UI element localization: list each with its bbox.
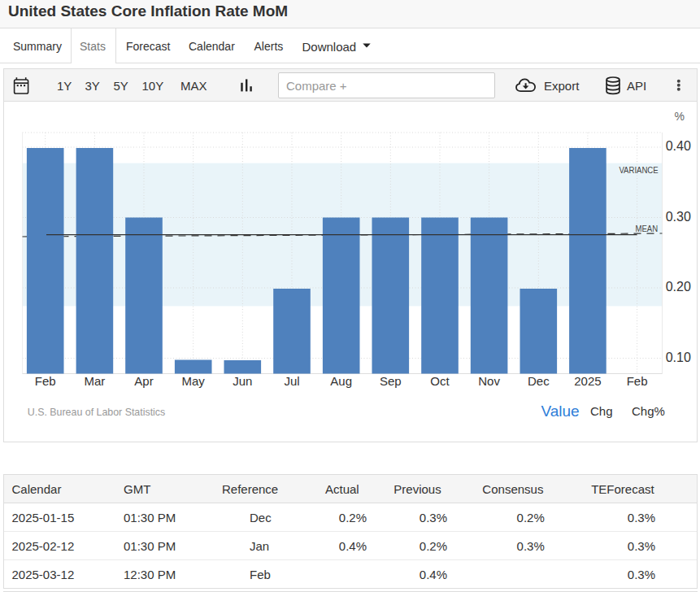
- svg-text:0.40: 0.40: [666, 139, 691, 153]
- svg-text:Value: Value: [541, 403, 580, 420]
- svg-text:Dec: Dec: [528, 374, 550, 388]
- svg-text:Jun: Jun: [233, 374, 252, 388]
- svg-text:May: May: [182, 374, 206, 388]
- svg-text:Mar: Mar: [84, 374, 105, 388]
- svg-text:%: %: [675, 110, 685, 123]
- svg-text:Chg%: Chg%: [632, 404, 665, 418]
- svg-text:Oct: Oct: [430, 374, 450, 388]
- svg-text:0.10: 0.10: [666, 350, 691, 364]
- svg-text:Apr: Apr: [134, 374, 153, 388]
- svg-text:U.S. Bureau of Labor Statistic: U.S. Bureau of Labor Statistics: [28, 407, 165, 418]
- svg-text:0.30: 0.30: [666, 210, 691, 224]
- svg-text:VARIANCE: VARIANCE: [619, 165, 659, 175]
- svg-text:MEAN: MEAN: [636, 224, 659, 233]
- svg-text:Feb: Feb: [627, 374, 648, 388]
- svg-text:Jul: Jul: [284, 374, 299, 388]
- svg-text:Nov: Nov: [478, 374, 500, 388]
- svg-text:Sep: Sep: [380, 374, 402, 388]
- svg-text:0.20: 0.20: [666, 280, 691, 294]
- svg-text:Aug: Aug: [330, 374, 352, 388]
- svg-text:Feb: Feb: [35, 374, 56, 388]
- svg-text:2025: 2025: [574, 374, 601, 388]
- svg-text:Chg: Chg: [590, 404, 613, 418]
